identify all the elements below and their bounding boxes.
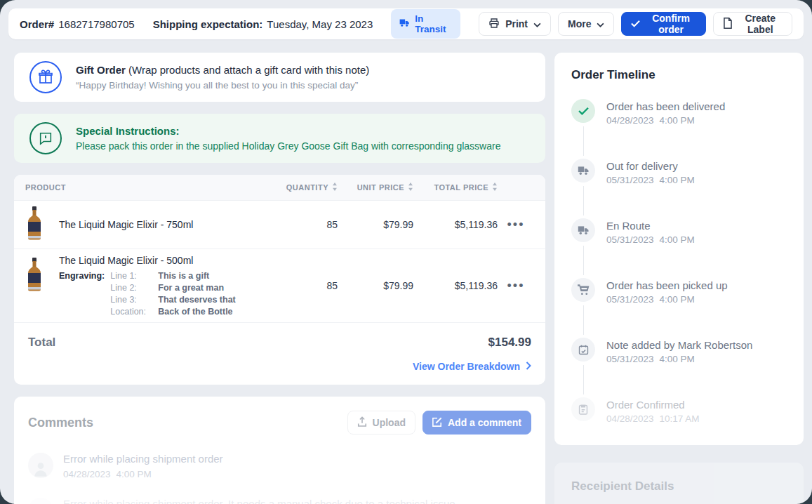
engraving-location-value: Back of the Bottle	[158, 307, 235, 317]
engraving-details: Engraving: Line 1: This is a gift Line 2…	[59, 271, 236, 317]
order-header-bar: Order# 1682717980705 Shipping expectatio…	[8, 8, 804, 39]
more-button[interactable]: More	[558, 12, 614, 36]
order-timeline-card: Order Timeline Order has been delivered …	[554, 53, 804, 445]
engraving-line2-value: For a great man	[158, 283, 235, 293]
confirm-order-label: Confirm order	[646, 13, 695, 35]
gift-note-text: “Happy Birthday! Wishing you all the bes…	[76, 80, 369, 91]
timeline-event-timestamp: 04/28/202310:17 AM	[606, 413, 705, 424]
sort-icon[interactable]	[408, 183, 413, 192]
order-items-table: PRODUCT QUANTITY UNIT PRICE TOTAL PRICE	[14, 175, 545, 385]
gift-icon	[29, 61, 62, 93]
special-instructions-card: Special Instructions: Please pack this o…	[14, 114, 545, 163]
unit-price-value: $79.99	[338, 280, 413, 291]
cart-icon	[571, 278, 595, 302]
comment-text: Error while placing shipment order, It n…	[63, 498, 455, 504]
product-bottle-image	[25, 258, 44, 294]
chevron-down-icon	[533, 18, 541, 29]
engraving-line2-label: Line 2:	[110, 283, 151, 293]
sort-icon[interactable]	[332, 183, 338, 192]
add-comment-button[interactable]: Add a comment	[422, 411, 531, 435]
product-bottle-image	[25, 206, 44, 243]
engraving-label: Engraving:	[59, 271, 105, 317]
special-instructions-title: Special Instructions:	[76, 125, 500, 137]
order-number: Order# 1682717980705	[20, 18, 135, 30]
check-icon	[631, 18, 640, 29]
recipient-details-card: Receipient Details Name:Will Heinzmann A…	[554, 463, 804, 504]
note-icon	[571, 338, 595, 362]
table-row: The Liquid Magic Elixir - 750ml 85 $79.9…	[14, 201, 545, 249]
timeline-event-title: Out for delivery	[606, 159, 700, 172]
timeline-event-note-added: Note added by Mark Robertson 05/31/20234…	[571, 338, 787, 394]
row-menu-icon[interactable]: •••	[498, 218, 534, 232]
gift-order-subtitle: (Wrap products and attach a gift card wi…	[128, 64, 369, 76]
special-instructions-text: Please pack this order in the supplied H…	[76, 140, 500, 152]
column-unit-price[interactable]: UNIT PRICE	[338, 183, 413, 192]
quantity-value: 85	[273, 280, 338, 291]
avatar	[28, 498, 53, 504]
column-quantity[interactable]: QUANTITY	[273, 183, 338, 192]
timeline-event-title: En Route	[606, 218, 700, 232]
product-name: The Liquid Magic Elixir - 750ml	[59, 219, 193, 230]
comment-item: Error while placing shipment order, It n…	[28, 498, 531, 504]
create-label-button[interactable]: Create Label	[713, 12, 792, 36]
table-header-row: PRODUCT QUANTITY UNIT PRICE TOTAL PRICE	[14, 175, 545, 201]
engraving-line1-value: This is a gift	[158, 271, 235, 281]
timeline-event-delivered: Order has been delivered 04/28/20234:00 …	[571, 99, 787, 156]
printer-icon	[488, 18, 500, 31]
confirm-order-button[interactable]: Confirm order	[621, 12, 705, 36]
timeline-event-timestamp: 05/31/20234:00 PM	[606, 234, 700, 245]
clipboard-icon	[571, 397, 595, 421]
shipping-expectation-label: Shipping expectation:	[153, 18, 263, 30]
pencil-square-icon	[432, 417, 442, 429]
timeline-event-en-route: En Route 05/31/20234:00 PM	[571, 218, 787, 275]
engraving-line3-label: Line 3:	[110, 295, 151, 305]
upload-icon	[357, 416, 367, 429]
timeline-event-picked-up: Order has been picked up 05/31/20234:00 …	[571, 278, 787, 335]
comments-section: Comments Upload Add a commen	[14, 397, 545, 504]
upload-button-label: Upload	[373, 417, 406, 428]
truck-icon	[571, 218, 595, 242]
comments-title: Comments	[28, 416, 93, 430]
engraving-line3-value: That deserves that	[158, 295, 235, 305]
chat-alert-icon	[29, 122, 62, 154]
timeline-event-title: Order has been delivered	[606, 99, 725, 112]
row-menu-icon[interactable]: •••	[498, 279, 534, 293]
product-name: The Liquid Magic Elixir - 500ml	[59, 255, 236, 266]
gift-order-card: Gift Order (Wrap products and attach a g…	[14, 53, 545, 102]
timeline-event-confirmed: Order Confirmed 04/28/202310:17 AM	[571, 397, 787, 424]
total-value: $154.99	[488, 336, 531, 350]
truck-icon	[571, 159, 595, 183]
gift-order-title: Gift Order	[76, 64, 126, 76]
timeline-event-title: Order has been picked up	[606, 278, 728, 291]
status-badge-label: In Transit	[415, 13, 452, 34]
timeline-event-timestamp: 05/31/20234:00 PM	[606, 175, 700, 185]
truck-icon	[399, 18, 410, 29]
timeline-event-timestamp: 04/28/20234:00 PM	[606, 115, 725, 126]
view-order-breakdown-label: View Order Breakdown	[413, 361, 520, 372]
chevron-down-icon	[597, 18, 604, 29]
more-button-label: More	[568, 18, 591, 29]
timeline-event-title: Note added by Mark Robertson	[606, 338, 752, 351]
unit-price-value: $79.99	[338, 219, 413, 230]
total-price-value: $5,119.36	[413, 280, 498, 291]
avatar	[28, 453, 53, 478]
view-order-breakdown-link[interactable]: View Order Breakdown	[14, 354, 545, 385]
total-label: Total	[28, 336, 55, 350]
sort-icon[interactable]	[492, 183, 498, 192]
timeline-event-timestamp: 05/31/20234:00 PM	[606, 354, 752, 364]
order-timeline-title: Order Timeline	[571, 68, 787, 82]
print-button[interactable]: Print	[479, 12, 551, 36]
column-product[interactable]: PRODUCT	[25, 183, 273, 192]
column-total-price[interactable]: TOTAL PRICE	[413, 183, 498, 192]
shipping-expectation-value: Tuesday, May 23 2023	[267, 18, 373, 30]
engraving-line1-label: Line 1:	[110, 271, 151, 281]
timeline-event-out-for-delivery: Out for delivery 05/31/20234:00 PM	[571, 159, 787, 215]
check-icon	[571, 99, 595, 123]
order-number-value: 1682717980705	[58, 18, 134, 30]
table-row: The Liquid Magic Elixir - 500ml Engravin…	[14, 249, 545, 323]
status-badge: In Transit	[391, 9, 460, 39]
document-icon	[723, 18, 733, 31]
shipping-expectation: Shipping expectation: Tuesday, May 23 20…	[153, 18, 373, 30]
print-button-label: Print	[505, 18, 528, 29]
upload-button[interactable]: Upload	[347, 411, 415, 435]
